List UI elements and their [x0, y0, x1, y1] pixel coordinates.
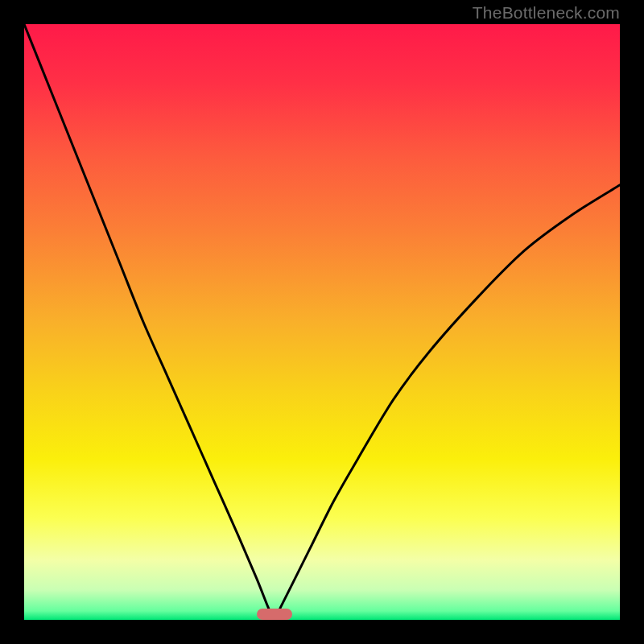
plot-area [24, 24, 620, 620]
target-marker [257, 609, 292, 620]
bottleneck-curve [24, 24, 620, 620]
watermark-text: TheBottleneck.com [473, 3, 620, 23]
chart-frame: TheBottleneck.com [0, 0, 644, 644]
